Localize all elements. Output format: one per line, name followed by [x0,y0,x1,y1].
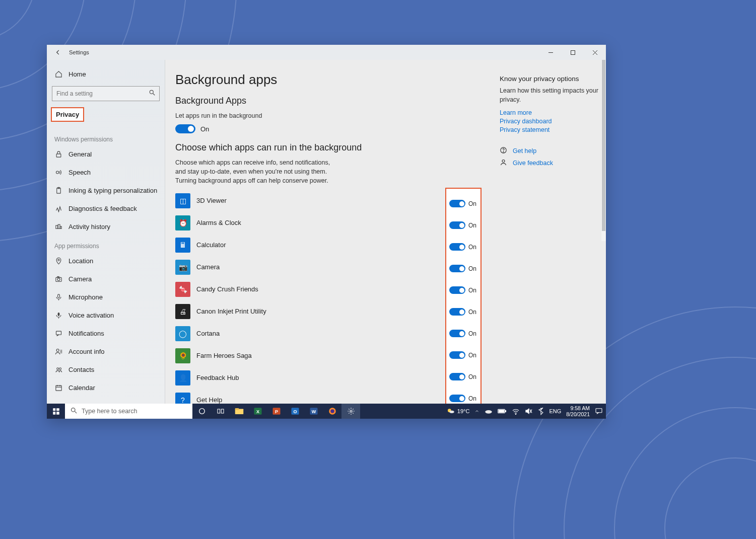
app-name-label: Camera [196,263,220,271]
svg-point-13 [150,90,153,94]
sidebar-section-windows-permissions: Windows permissions [47,129,165,145]
back-button[interactable] [47,45,69,60]
word-icon[interactable]: W [304,404,323,419]
sidebar-item-camera[interactable]: Camera [47,270,165,288]
sidebar-item-location[interactable]: Location [47,252,165,270]
action-center-icon[interactable] [595,404,603,419]
sidebar-category-privacy[interactable]: Privacy [51,107,84,122]
svg-point-65 [449,411,454,413]
window-title: Settings [69,49,89,55]
toggle[interactable] [449,200,465,207]
sidebar-item-voice-activation[interactable]: Voice activation [47,306,165,324]
get-help-link[interactable]: Get help [500,146,600,156]
svg-rect-50 [221,409,224,413]
bluetooth-icon[interactable] [538,404,544,419]
sidebar-item-calendar[interactable]: Calendar [47,378,165,397]
svg-rect-43 [56,408,59,411]
sidebar-item-label: Contacts [68,366,94,373]
toggle[interactable] [449,265,465,272]
sidebar-item-label: Microphone [68,293,103,301]
settings-window: Settings Home Privacy Windows permission… [47,45,606,419]
app-toggle-alarms-clock: On [449,214,477,236]
maximize-button[interactable] [562,45,584,60]
battery-icon[interactable] [498,404,507,419]
weather-widget[interactable]: 19°C [447,404,470,419]
sidebar-item-activity-history[interactable]: Activity history [47,217,165,236]
cortana-icon[interactable] [192,404,211,419]
toggle-state-label: On [468,330,476,337]
powerpoint-icon[interactable]: P [267,404,286,419]
language-indicator[interactable]: ENG [549,404,561,419]
toggle[interactable] [449,330,465,337]
get-help-label: Get help [513,147,536,155]
svg-rect-21 [60,226,61,228]
link-learn-more[interactable]: Learn more [500,109,600,116]
sidebar-item-label: Voice activation [68,312,114,319]
clock[interactable]: 9:58 AM 8/20/2021 [566,404,590,419]
tray-expand-icon[interactable] [474,404,479,419]
master-toggle[interactable] [175,124,195,133]
feedback-icon [500,159,508,168]
sidebar-item-microphone[interactable]: Microphone [47,288,165,306]
sidebar-item-speech[interactable]: Speech [47,163,165,181]
scrollbar[interactable] [601,60,606,241]
mic-icon [54,293,62,301]
svg-line-47 [75,411,77,413]
toggle[interactable] [449,373,465,380]
toggle[interactable] [449,308,465,316]
minimize-button[interactable] [539,45,562,60]
app-toggle-cortana: On [449,323,477,344]
sidebar-item-label: Location [68,257,93,265]
app-row-feedback-hub: 👤Feedback Hub [175,367,488,389]
info-desc: Learn how this setting impacts your priv… [500,87,600,104]
task-view-icon[interactable] [211,404,230,419]
firefox-icon[interactable] [323,404,341,419]
toggle-state-label: On [468,244,476,251]
sidebar-home[interactable]: Home [47,65,165,83]
give-feedback-link[interactable]: Give feedback [500,159,600,168]
lock-icon [54,150,62,158]
speech-icon [54,168,62,176]
wifi-icon[interactable] [512,404,520,419]
section-choose-apps: Choose which apps can run in the backgro… [175,142,488,153]
sidebar-item-account-info[interactable]: Account info [47,342,165,360]
app-toggle-canon-inkjet-print-utility: On [449,301,477,323]
file-explorer-icon[interactable] [230,404,248,419]
onedrive-icon[interactable] [485,404,493,419]
settings-taskbar-icon[interactable] [341,404,360,419]
link-privacy-statement[interactable]: Privacy statement [500,126,600,133]
app-icon: 🌻 [175,348,190,363]
app-row-farm-heroes-saga: 🌻Farm Heroes Saga [175,345,488,367]
toggle[interactable] [449,395,465,402]
toggle[interactable] [449,221,465,229]
toggle[interactable] [449,351,465,359]
app-icon: 🍬 [175,282,190,297]
start-button[interactable] [47,404,65,419]
weather-temp: 19°C [457,408,470,414]
svg-line-14 [153,94,155,96]
svg-text:W: W [311,409,316,414]
excel-icon[interactable]: X [248,404,267,419]
sidebar-item-inking-typing-personalization[interactable]: Inking & typing personalization [47,181,165,199]
close-button[interactable] [584,45,606,60]
volume-icon[interactable] [525,404,533,419]
app-icon: 🖩 [175,238,190,253]
taskbar-search[interactable]: Type here to search [65,404,192,419]
app-row-calculator: 🖩Calculator [175,234,488,256]
page-title: Background apps [175,72,488,88]
clipboard-icon [54,186,62,194]
toggle-state-label: On [468,309,476,316]
sidebar-item-contacts[interactable]: Contacts [47,360,165,378]
toggle[interactable] [449,243,465,251]
sidebar-item-diagnostics-feedback[interactable]: Diagnostics & feedback [47,199,165,217]
sidebar-search-input[interactable] [52,86,160,101]
sidebar: Home Privacy Windows permissions General… [47,60,165,419]
svg-point-0 [0,0,35,40]
outlook-icon[interactable]: O [286,404,304,419]
sidebar-item-label: Notifications [68,330,104,337]
toggle[interactable] [449,286,465,294]
sidebar-item-notifications[interactable]: Notifications [47,324,165,342]
sidebar-item-label: Calendar [68,384,95,392]
sidebar-item-general[interactable]: General [47,145,165,163]
link-privacy-dashboard[interactable]: Privacy dashboard [500,118,600,125]
